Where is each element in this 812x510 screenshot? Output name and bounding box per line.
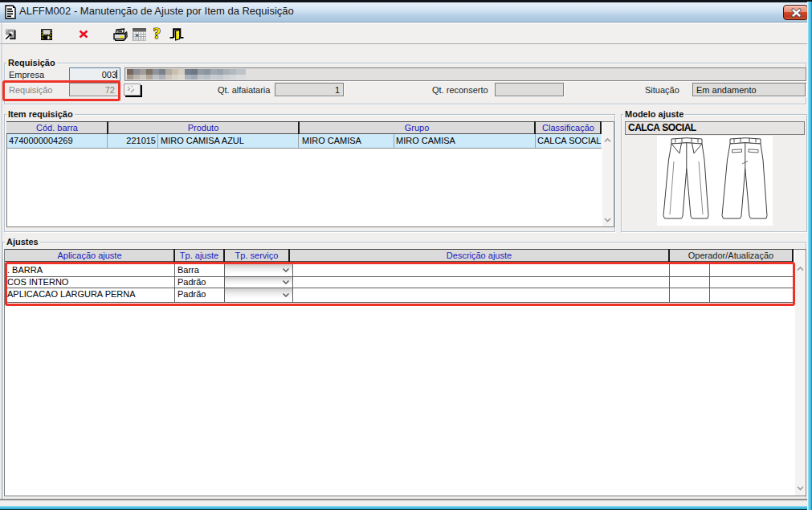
svg-text:?: ? xyxy=(153,27,161,42)
